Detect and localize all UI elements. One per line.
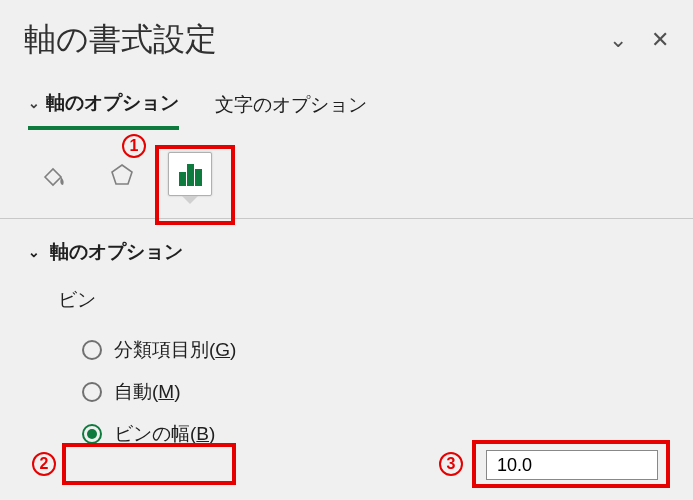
annotation-box-1	[155, 145, 235, 225]
header-controls: ⌄ ✕	[609, 27, 669, 53]
annotation-box-2	[62, 443, 236, 485]
close-icon[interactable]: ✕	[651, 27, 669, 53]
radio-automatic[interactable]: 自動(M)	[82, 379, 669, 405]
chevron-down-icon: ⌄	[28, 95, 40, 111]
radio-icon[interactable]	[82, 382, 102, 402]
radio-icon[interactable]	[82, 340, 102, 360]
radio-icon[interactable]	[82, 424, 102, 444]
divider	[0, 218, 693, 219]
tab-label: 軸のオプション	[46, 90, 179, 116]
svg-marker-0	[112, 165, 132, 184]
tab-bar: ⌄ 軸のオプション 文字のオプション	[28, 90, 669, 130]
section-header-axis-options[interactable]: ⌄ 軸のオプション	[28, 239, 669, 265]
section-title: 軸のオプション	[50, 239, 183, 265]
radio-label: 分類項目別(G)	[114, 337, 236, 363]
radio-label: 自動(M)	[114, 379, 180, 405]
tab-axis-options[interactable]: ⌄ 軸のオプション	[28, 90, 179, 130]
annotation-number-2: 2	[32, 452, 56, 476]
chevron-down-icon: ⌄	[28, 244, 40, 260]
annotation-box-3	[472, 440, 670, 488]
annotation-number-3: 3	[439, 452, 463, 476]
effects-icon[interactable]	[100, 152, 144, 196]
tab-text-options[interactable]: 文字のオプション	[215, 92, 367, 128]
collapse-icon[interactable]: ⌄	[609, 27, 627, 53]
bin-radio-group: 分類項目別(G) 自動(M) ビンの幅(B)	[82, 337, 669, 447]
radio-by-category[interactable]: 分類項目別(G)	[82, 337, 669, 363]
tab-label: 文字のオプション	[215, 92, 367, 118]
bin-label: ビン	[58, 287, 669, 313]
pane-title: 軸の書式設定	[24, 18, 217, 62]
fill-line-icon[interactable]	[32, 152, 76, 196]
pane-header: 軸の書式設定 ⌄ ✕	[24, 18, 669, 62]
option-icon-row	[32, 152, 669, 196]
axis-options-section: ⌄ 軸のオプション ビン 分類項目別(G) 自動(M) ビンの幅(B)	[28, 239, 669, 447]
annotation-number-1: 1	[122, 134, 146, 158]
